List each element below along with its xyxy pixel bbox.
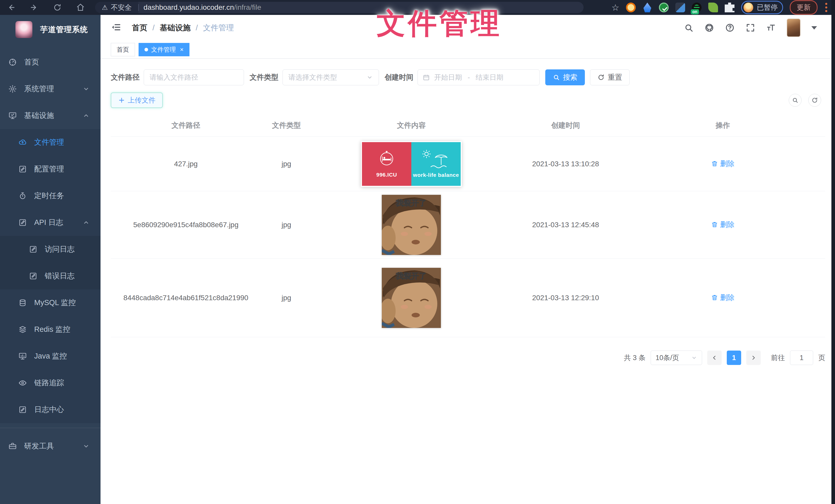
breadcrumb-infra[interactable]: 基础设施 bbox=[160, 23, 190, 33]
crying-baby-image: 我裂开了 bbox=[382, 268, 441, 328]
sidebar-item-dev-tools[interactable]: 研发工具 bbox=[0, 433, 101, 460]
app-title: 芋道管理系统 bbox=[40, 24, 88, 35]
home-icon[interactable] bbox=[76, 3, 85, 12]
tag-file-manage[interactable]: 文件管理 × bbox=[139, 43, 189, 56]
extension-icon-4[interactable] bbox=[675, 3, 685, 12]
help-icon[interactable] bbox=[725, 23, 735, 33]
sidebar-item-infra[interactable]: 基础设施 bbox=[0, 102, 101, 129]
delete-button[interactable]: 删除 bbox=[711, 220, 734, 230]
page-number-active[interactable]: 1 bbox=[727, 351, 741, 365]
goto-page-input[interactable] bbox=[790, 351, 813, 365]
reload-icon[interactable] bbox=[53, 3, 62, 12]
prev-page-button[interactable] bbox=[707, 351, 721, 365]
chevron-down-icon bbox=[366, 74, 373, 81]
tag-close-icon[interactable]: × bbox=[180, 46, 184, 53]
cell-created-time: 2021-03-13 12:45:48 bbox=[511, 221, 620, 229]
browser-toolbar: ⚠ 不安全 dashboard.yudao.iocoder.cn/infra/f… bbox=[0, 0, 835, 15]
sidebar-item-error-log[interactable]: 错误日志 bbox=[0, 262, 101, 289]
sidebar-item-java[interactable]: Java 监控 bbox=[0, 343, 101, 370]
trash-icon bbox=[711, 294, 718, 301]
browser-menu-icon[interactable] bbox=[824, 3, 828, 12]
app-logo-row[interactable]: 芋道管理系统 bbox=[0, 15, 101, 43]
forward-icon[interactable] bbox=[30, 3, 39, 12]
update-button[interactable]: 更新 bbox=[790, 0, 817, 15]
cell-file-type: jpg bbox=[261, 294, 312, 302]
upload-file-button[interactable]: 上传文件 bbox=[111, 92, 163, 108]
sidebar-item-file-manage[interactable]: 文件管理 bbox=[0, 129, 101, 156]
dashboard-icon bbox=[8, 58, 17, 67]
cell-file-path: 8448cada8c714e4ab61f521c8da21990 bbox=[111, 294, 261, 302]
cell-created-time: 2021-03-13 13:10:28 bbox=[511, 160, 620, 168]
user-caret-icon[interactable] bbox=[811, 26, 817, 29]
sidebar-item-redis[interactable]: Redis 监控 bbox=[0, 316, 101, 343]
breadcrumb-current: 文件管理 bbox=[203, 23, 234, 33]
sidebar-item-config[interactable]: 配置管理 bbox=[0, 156, 101, 183]
file-thumbnail-meme[interactable]: 我裂开了 bbox=[382, 268, 441, 328]
file-type-label: 文件类型 bbox=[250, 72, 279, 82]
sidebar-item-log-center[interactable]: 日志中心 bbox=[0, 396, 101, 423]
breadcrumb-home[interactable]: 首页 bbox=[132, 23, 147, 33]
date-range-picker[interactable]: 开始日期 - 结束日期 bbox=[418, 69, 539, 85]
refresh-table-button[interactable] bbox=[808, 94, 821, 107]
chevron-down-icon bbox=[83, 85, 90, 92]
cell-file-type: jpg bbox=[261, 160, 312, 168]
chevron-left-icon bbox=[712, 355, 717, 361]
fullscreen-icon[interactable] bbox=[746, 23, 755, 33]
goto-label: 前往 bbox=[771, 353, 785, 362]
end-date-placeholder: 结束日期 bbox=[475, 73, 503, 82]
reset-button[interactable]: 重置 bbox=[590, 69, 630, 85]
cell-file-content: 我裂开了 bbox=[312, 268, 511, 328]
total-count: 共 3 条 bbox=[624, 353, 646, 362]
col-header-actions: 操作 bbox=[620, 121, 825, 130]
divider bbox=[0, 428, 101, 428]
extensions-puzzle-icon[interactable] bbox=[725, 3, 734, 12]
github-icon[interactable] bbox=[705, 23, 714, 33]
extension-icon-2[interactable] bbox=[643, 3, 652, 12]
file-thumbnail-meme[interactable]: 我裂开了 bbox=[382, 195, 441, 255]
search-button[interactable]: 搜索 bbox=[545, 69, 585, 85]
table-header-row: 文件路径 文件类型 文件内容 创建时间 操作 bbox=[111, 114, 825, 137]
sidebar-item-api-log[interactable]: API 日志 bbox=[0, 209, 101, 236]
app-logo bbox=[16, 21, 33, 38]
delete-button[interactable]: 删除 bbox=[711, 293, 734, 302]
sidebar-item-home[interactable]: 首页 bbox=[0, 49, 101, 76]
extension-icon-1[interactable] bbox=[626, 3, 636, 12]
file-path-input[interactable] bbox=[144, 69, 244, 85]
font-size-icon[interactable] bbox=[766, 23, 776, 33]
monitor-chart-icon bbox=[18, 352, 27, 361]
extension-icon-6[interactable] bbox=[708, 3, 718, 12]
user-avatar[interactable] bbox=[787, 19, 800, 37]
sidebar-item-mysql[interactable]: MySQL 监控 bbox=[0, 289, 101, 316]
search-icon[interactable] bbox=[684, 23, 694, 33]
extension-icon-5[interactable]: on bbox=[692, 3, 701, 12]
toggle-search-button[interactable] bbox=[789, 94, 801, 107]
on-badge: on bbox=[691, 9, 699, 14]
trash-icon bbox=[711, 160, 718, 167]
bookmark-star-icon[interactable]: ☆ bbox=[612, 3, 619, 12]
sidebar-item-access-log[interactable]: 访问日志 bbox=[0, 236, 101, 262]
security-chip[interactable]: ⚠ 不安全 bbox=[95, 2, 138, 13]
sidebar-item-trace[interactable]: 链路追踪 bbox=[0, 370, 101, 396]
col-header-content: 文件内容 bbox=[312, 121, 511, 130]
address-bar[interactable]: ⚠ 不安全 dashboard.yudao.iocoder.cn/infra/f… bbox=[95, 2, 584, 13]
page-size-select[interactable]: 10条/页 bbox=[651, 351, 702, 365]
sidebar-item-job[interactable]: 定时任务 bbox=[0, 183, 101, 209]
back-icon[interactable] bbox=[7, 3, 16, 12]
banner-right-panel: work-life balance bbox=[411, 142, 461, 186]
profile-paused-pill[interactable]: 已暂停 bbox=[741, 1, 783, 14]
file-type-select[interactable]: 请选择文件类型 bbox=[283, 69, 379, 85]
toolbox-icon bbox=[8, 442, 17, 450]
tag-home[interactable]: 首页 bbox=[111, 43, 135, 56]
file-thumbnail-996icu[interactable]: 996.ICU work-life balance bbox=[361, 141, 462, 187]
delete-button[interactable]: 删除 bbox=[711, 159, 734, 169]
cell-file-content: 我裂开了 bbox=[312, 195, 511, 255]
sidebar-item-system[interactable]: 系统管理 bbox=[0, 76, 101, 102]
chevron-down-icon bbox=[83, 443, 90, 450]
main-area: 首页 / 基础设施 / 文件管理 首页 文件管理 × bbox=[101, 15, 831, 504]
next-page-button[interactable] bbox=[746, 351, 761, 365]
beach-icon bbox=[417, 150, 455, 171]
sidebar-fold-icon[interactable] bbox=[111, 22, 121, 34]
crying-baby-image: 我裂开了 bbox=[382, 195, 441, 255]
extension-icon-3[interactable] bbox=[659, 3, 669, 12]
window-right-edge bbox=[831, 0, 835, 504]
